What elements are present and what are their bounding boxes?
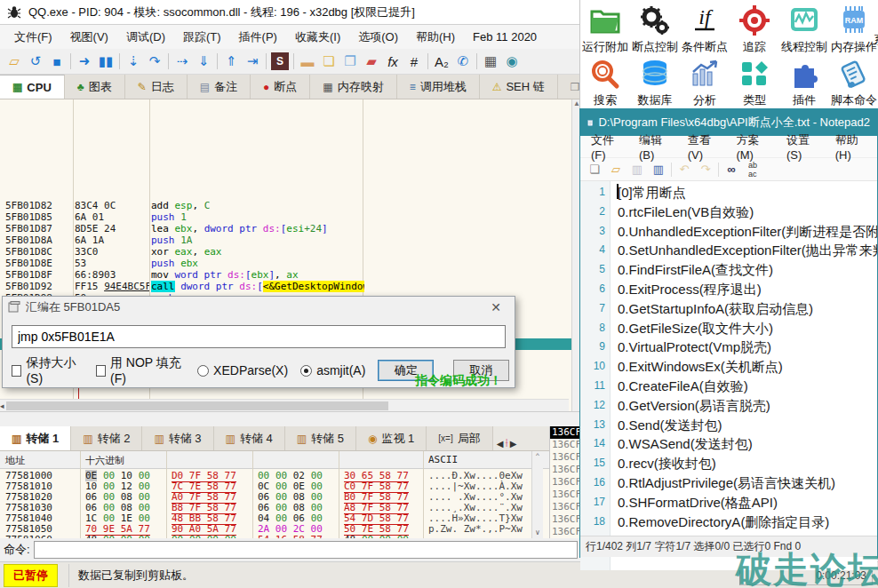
text-line[interactable]: 110.CreateFileA(自效验) xyxy=(580,377,877,396)
calculator-icon[interactable]: ▦ xyxy=(480,51,501,72)
menu-item[interactable]: 选项(O) xyxy=(349,26,407,49)
bookmarks-icon[interactable]: ▰ xyxy=(361,51,382,72)
launcher-item-plugin[interactable]: 插件 xyxy=(779,55,829,108)
launcher-item-thread-control[interactable]: 线程控制 xyxy=(779,2,829,55)
disasm-row[interactable]: 5FB01D8E53push ebx xyxy=(0,258,581,269)
hex-dump-pane[interactable]: 地址 十六进制 ASCII 775810000E 00 10 00D0 7F 5… xyxy=(0,451,549,538)
run-to-user-code-icon[interactable]: ⇑ xyxy=(220,51,242,72)
text-line[interactable]: 40.SetUnhandledExceptionFilter(抛出异常来判 xyxy=(580,241,877,260)
undo-icon[interactable]: ↶ xyxy=(675,161,693,179)
stop-icon[interactable]: ■ xyxy=(46,51,68,72)
menu-item[interactable]: 帮助(H) xyxy=(407,26,464,49)
text-line[interactable]: 120.GetVersion(易语言脱壳) xyxy=(580,396,877,416)
text-line[interactable]: 1[0]常用断点 xyxy=(580,183,877,203)
menu-item[interactable]: 跟踪(T) xyxy=(174,26,230,49)
launcher-item-trace[interactable]: 追踪 xyxy=(730,2,779,55)
disasm-row[interactable]: 5FB01D878D5E 24lea ebx, dword ptr ds:[es… xyxy=(0,223,581,234)
launcher-item-breakpoint-control[interactable]: 断点控制 xyxy=(630,2,680,55)
text-line[interactable]: 180.RemoveDirectoryA(删除指定目录) xyxy=(580,513,877,532)
text-line[interactable]: 170.SHFormatDrive(格盘API) xyxy=(580,493,877,513)
text-line[interactable]: 100.ExitWindowsEx(关机断点) xyxy=(580,357,877,377)
notepad-menu-item[interactable]: 查看(V) xyxy=(681,130,730,164)
attach-icon[interactable]: ⇥ xyxy=(242,51,263,72)
labels-icon[interactable]: ❐ xyxy=(339,51,361,72)
new-file-icon[interactable]: ❏ xyxy=(586,161,603,179)
text-line[interactable]: 60.ExitProcess(程序退出) xyxy=(580,280,877,299)
text-line[interactable]: 20.rtcFileLen(VB自效验) xyxy=(580,203,877,222)
launcher-item-search[interactable]: 搜索 xyxy=(580,55,630,108)
menu-item[interactable]: 调试(D) xyxy=(117,26,174,49)
close-icon[interactable]: ✕ xyxy=(483,300,509,314)
struct-tab-icon[interactable]: ⟊ xyxy=(505,436,507,450)
menu-item[interactable]: 文件(F) xyxy=(5,26,61,49)
step-over-icon[interactable]: ↷ xyxy=(144,51,165,72)
run-icon[interactable]: ➜ xyxy=(74,51,95,72)
text-line[interactable]: 140.WSASend(发送封包) xyxy=(580,434,877,454)
dump-vertical-scrollbar[interactable]: ^∨ xyxy=(531,451,543,538)
launcher-item-memory-ops[interactable]: RAM内存操作 xyxy=(829,2,878,55)
scroll-left-icon[interactable]: ◂ xyxy=(0,401,4,410)
menu-item[interactable]: 插件(P) xyxy=(230,26,286,49)
notepad-editor[interactable]: 1[0]常用断点20.rtcFileLen(VB自效验)30.Unhandled… xyxy=(580,181,877,570)
stack-address[interactable]: 136CF7B xyxy=(550,476,581,489)
scrollbar-thumb[interactable] xyxy=(6,401,388,410)
open-file-icon[interactable]: ▱ xyxy=(607,161,625,179)
execute-till-return-icon[interactable]: ⇢ xyxy=(172,51,193,72)
text-line[interactable]: 150.recv(接收封包) xyxy=(580,454,877,473)
text-line[interactable]: 90.VirtualProtect(Vmp脱壳) xyxy=(580,338,877,357)
seh-icon[interactable]: S xyxy=(271,52,289,70)
dialog-titlebar[interactable]: 汇编在 5FB01DA5 ✕ xyxy=(3,297,515,318)
redo-icon[interactable]: ↷ xyxy=(697,161,714,179)
tab-内存映射[interactable]: ▦内存映射 xyxy=(310,75,396,99)
launcher-item-database[interactable]: 数据库 xyxy=(630,55,680,108)
menu-item[interactable]: 收藏夹(I) xyxy=(286,26,349,49)
stack-address[interactable]: 136CF7A xyxy=(550,439,581,451)
tab-日志[interactable]: ✎日志 xyxy=(125,75,188,99)
tab-图表[interactable]: ♣图表 xyxy=(65,75,125,99)
dump-tab-转储 5[interactable]: ▥转储 5 xyxy=(285,426,356,450)
launcher-item-run-attach[interactable]: 运行附加 xyxy=(580,2,630,55)
tab-SEH 链[interactable]: ⚠SEH 链 xyxy=(480,75,558,99)
launcher-item-analyze[interactable]: 分析 xyxy=(680,55,730,108)
launcher-item-conditional-breakpoint[interactable]: if条件断点 xyxy=(680,2,730,55)
notepad-menu-item[interactable]: 文件(F) xyxy=(584,130,632,164)
tab-调用堆栈[interactable]: ≡调用堆栈 xyxy=(397,75,480,99)
disasm-row[interactable]: 5FB01D8C33C0xor eax, eax xyxy=(0,246,581,258)
text-line[interactable]: 80.GetFileSize(取文件大小) xyxy=(580,319,877,338)
stack-address[interactable]: 136CF7A xyxy=(550,451,581,464)
tab-scroll-left-icon[interactable]: ◀ xyxy=(497,439,504,449)
pause-icon[interactable]: ▮▮ xyxy=(95,51,116,72)
assemble-instruction-input[interactable] xyxy=(12,325,506,348)
text-line[interactable]: 130.Send(发送封包) xyxy=(580,416,877,435)
save-icon[interactable]: ▥ xyxy=(628,161,646,179)
disasm-row[interactable]: 5FB01D856A 01push 1 xyxy=(0,211,581,223)
dump-tab-局部[interactable]: [x=]局部 xyxy=(427,426,492,450)
tab-scroll-right-icon[interactable]: ▶ xyxy=(510,439,517,449)
text-line[interactable]: 30.UnhandledExceptionFilter(判断进程是否附加 xyxy=(580,222,877,242)
command-input[interactable] xyxy=(34,541,578,559)
text-line[interactable]: 160.RtlAdjustPrivilege(易语言快速关机) xyxy=(580,473,877,493)
notepad-menu-item[interactable]: 编辑(B) xyxy=(632,130,681,164)
font-icon[interactable]: A₂ xyxy=(431,51,452,72)
xedparse-radio[interactable]: XEDParse(X) xyxy=(197,363,288,377)
disasm-row[interactable]: 5FB01D8F66:8903mov word ptr ds:[ebx], ax xyxy=(0,269,581,281)
stack-address[interactable]: 136CF7C xyxy=(550,513,581,526)
text-line[interactable]: 70.GetStartupInfoA(获取启动信息) xyxy=(580,299,877,319)
dump-tab-转储 3[interactable]: ▥转储 3 xyxy=(142,426,213,450)
step-out-icon[interactable]: ⇓ xyxy=(193,51,214,72)
notepad-menu-item[interactable]: 帮助(H) xyxy=(828,130,877,164)
functions-icon[interactable]: fx xyxy=(382,51,403,72)
stack-address[interactable]: 136CF7C xyxy=(550,526,581,538)
hash-icon[interactable]: # xyxy=(403,51,425,72)
step-into-icon[interactable]: ⇣ xyxy=(123,51,144,72)
replace-icon[interactable]: abac xyxy=(744,161,762,179)
stack-address[interactable]: 136CF7B xyxy=(550,489,581,501)
tab-备注[interactable]: ▤备注 xyxy=(188,75,251,99)
open-file-icon[interactable]: ▱ xyxy=(4,51,25,72)
text-line[interactable]: 50.FindFirstFileA(查找文件) xyxy=(580,260,877,280)
find-icon[interactable]: ∞ xyxy=(722,161,740,179)
launcher-item-script-command[interactable]: 脚本命令 xyxy=(829,55,878,108)
disasm-horizontal-scrollbar[interactable]: ◂ xyxy=(0,399,569,411)
fill-nop-checkbox[interactable]: 用 NOP 填充(F) xyxy=(96,355,186,385)
stack-address[interactable]: 136CF7B xyxy=(550,464,581,476)
